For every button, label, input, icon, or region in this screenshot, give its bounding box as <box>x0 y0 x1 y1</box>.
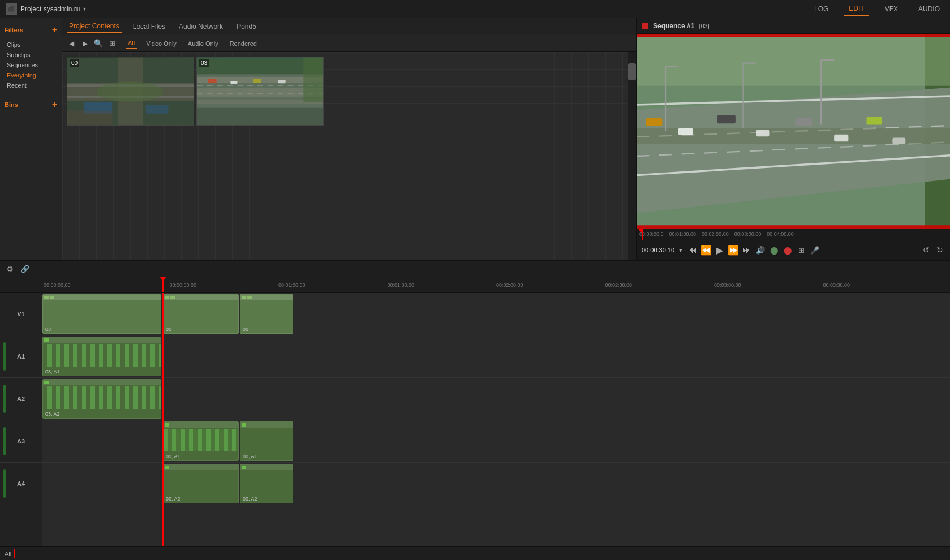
track-label-a4: A4 <box>0 463 42 505</box>
tab-local-files[interactable]: Local Files <box>131 20 167 33</box>
nav-back-btn[interactable]: ◀ <box>66 38 77 49</box>
ruler-tick-4: 00:02:00.00 <box>496 282 523 288</box>
redo-btn[interactable]: ↻ <box>934 244 945 256</box>
a2-clip-03[interactable]: 03, A2 <box>42 379 161 419</box>
timecode-dropdown[interactable]: ▾ <box>679 247 682 254</box>
nav-edit[interactable]: EDIT <box>844 2 869 16</box>
svg-rect-17 <box>303 58 323 102</box>
tab-audio-network[interactable]: Audio Network <box>177 20 225 33</box>
v1-clip-03[interactable]: 03 <box>42 294 161 334</box>
track-a3-name: A3 <box>17 438 25 445</box>
undo-btn[interactable]: ↺ <box>921 244 932 256</box>
ruler-tick-1: 00:00:30.00 <box>170 282 197 288</box>
nav-audio[interactable]: AUDIO <box>914 3 944 15</box>
track-labels: V1 A1 A2 A3 A4 <box>0 277 42 546</box>
timeline-bottom-playhead <box>14 549 15 558</box>
v1-clip-00-b[interactable]: 00 <box>240 294 293 334</box>
project-dropdown-arrow[interactable]: ▾ <box>83 6 86 12</box>
timeline-tracks: 03 00 <box>42 293 950 546</box>
filter-recent[interactable]: Recent <box>0 80 62 91</box>
filters-add-btn[interactable]: + <box>52 25 57 35</box>
highway-svg <box>197 57 323 126</box>
a3-clip-indicator-b <box>242 423 246 427</box>
step-back-btn[interactable]: ⏪ <box>700 244 712 256</box>
filter-tabs-row: ◀ ▶ 🔍 ⊞ All Video Only Audio Only Render… <box>62 35 636 52</box>
clip-indicator-3 <box>165 296 169 299</box>
svg-rect-38 <box>892 137 905 144</box>
preview-tick-2: 00:02:00.00 <box>702 231 729 237</box>
a4-clip-00-b[interactable]: 00, A2 <box>240 464 293 503</box>
mic-btn[interactable]: 🎤 <box>809 244 820 256</box>
clip-indicator-5 <box>242 296 246 299</box>
v1-clip-00-a[interactable]: 00 <box>163 294 239 334</box>
project-title: Project sysadmin.ru <box>20 5 80 13</box>
clip-indicator-4 <box>170 296 175 299</box>
clip-label-aerial: 00 <box>70 59 79 67</box>
preview-tag: [03] <box>699 23 709 29</box>
filter-tab-video-only[interactable]: Video Only <box>144 38 179 49</box>
filter-sequences[interactable]: Sequences <box>0 60 62 70</box>
track-v1-name: V1 <box>17 311 24 317</box>
svg-rect-34 <box>756 130 770 136</box>
timeline-main: V1 A1 A2 A3 A4 <box>0 277 950 546</box>
preview-tick-3: 00:03:00.00 <box>734 231 762 237</box>
rec-btn[interactable]: ⬤ <box>782 244 793 256</box>
track-content-area: 00:00:00.00 00:00:30.00 00:01:00.00 00:0… <box>42 277 950 546</box>
a3-clip-00-b[interactable]: 00, A1 <box>240 421 293 461</box>
audio-btn[interactable]: 🔊 <box>755 244 766 256</box>
nav-log[interactable]: LOG <box>810 3 833 15</box>
preview-tick-1: 00:01:00.00 <box>669 231 697 237</box>
track-a4-name: A4 <box>17 480 25 487</box>
a1-clip-03[interactable]: 03, A1 <box>42 337 161 376</box>
go-to-end-btn[interactable]: ⏭ <box>741 244 753 256</box>
clip-highway-thumb: 03 <box>197 57 323 125</box>
overlay-btn[interactable]: ⊞ <box>796 244 807 256</box>
clips-grid: 00 <box>62 52 628 130</box>
timeline-link-icon[interactable]: 🔗 <box>19 264 31 275</box>
a2-clip-03-label: 03, A2 <box>45 411 60 417</box>
bins-header: Bins + <box>0 95 62 112</box>
nav-vfx[interactable]: VFX <box>880 3 902 15</box>
svg-rect-7 <box>146 105 169 114</box>
clip-thumb-highway[interactable]: 03 <box>196 57 324 126</box>
ruler-tick-2: 00:01:00.00 <box>278 282 306 288</box>
step-forward-btn[interactable]: ⏩ <box>728 244 739 256</box>
timeline-section: ⚙ 🔗 V1 A1 A2 A3 <box>0 261 950 560</box>
filter-tab-all[interactable]: All <box>126 38 137 49</box>
grid-view-icon[interactable]: ⊞ <box>106 38 118 49</box>
go-to-start-btn[interactable]: ⏮ <box>687 244 698 256</box>
clip-thumb-aerial[interactable]: 00 <box>67 57 194 126</box>
a3-clip-00-a[interactable]: 00, A1 <box>163 421 239 461</box>
track-row-a2: 03, A2 <box>42 378 950 420</box>
filter-subclips[interactable]: Subclips <box>0 50 62 60</box>
a4-clip-00a-label: 00, A2 <box>166 496 180 502</box>
filter-everything[interactable]: Everything <box>0 70 62 80</box>
a3-waveform-a <box>164 429 238 451</box>
track-label-a1: A1 <box>0 335 42 378</box>
track-a1-name: A1 <box>17 353 25 360</box>
ruler-tick-6: 00:03:00.00 <box>714 282 741 288</box>
color-btn[interactable]: ⬤ <box>768 244 780 256</box>
tab-pond5[interactable]: Pond5 <box>234 20 259 33</box>
play-btn[interactable]: ▶ <box>714 244 725 256</box>
a4-clip-00-a[interactable]: 00, A2 <box>163 464 239 503</box>
media-tabs: Project Contents Local Files Audio Netwo… <box>62 18 636 35</box>
clip-indicator-2 <box>50 296 54 299</box>
preview-tick-4: 00:04:00.00 <box>767 231 794 237</box>
filter-tab-audio-only[interactable]: Audio Only <box>186 38 221 49</box>
preview-video[interactable] <box>637 34 950 229</box>
filter-tab-rendered[interactable]: Rendered <box>227 38 259 49</box>
timeline-settings-icon[interactable]: ⚙ <box>5 264 16 275</box>
a3-clip-00b-label: 00, A1 <box>243 454 257 459</box>
bins-add-btn[interactable]: + <box>52 100 57 110</box>
media-scrollbar[interactable] <box>628 52 636 260</box>
media-browser: Project Contents Local Files Audio Netwo… <box>62 18 636 260</box>
search-icon[interactable]: 🔍 <box>93 38 104 49</box>
tab-project-contents[interactable]: Project Contents <box>67 20 122 33</box>
timeline-toolbar: ⚙ 🔗 <box>0 261 950 277</box>
scrollbar-thumb[interactable] <box>628 63 636 80</box>
filter-clips[interactable]: Clips <box>0 40 62 50</box>
nav-forward-btn[interactable]: ▶ <box>79 38 91 49</box>
filter-items: Clips Subclips Sequences Everything Rece… <box>0 40 62 91</box>
track-label-a2: A2 <box>0 378 42 420</box>
